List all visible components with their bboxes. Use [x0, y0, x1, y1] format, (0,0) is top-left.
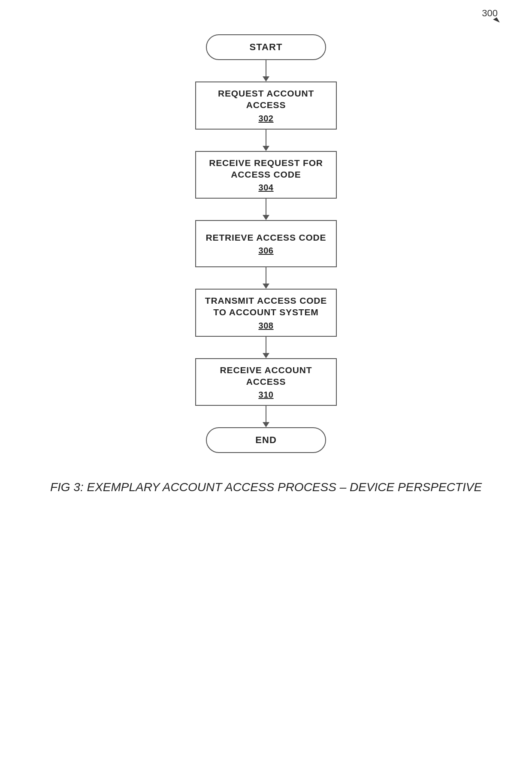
process-rect-302: REQUEST ACCOUNT ACCESS 302: [195, 82, 337, 130]
arrow-line-6: [266, 406, 266, 422]
arrow-5: [263, 337, 269, 358]
start-shape: START: [206, 34, 326, 60]
arrow-head-3: [263, 215, 269, 220]
process-rect-308: TRANSMIT ACCESS CODE TO ACCOUNT SYSTEM 3…: [195, 289, 337, 337]
arrow-4: [263, 267, 269, 289]
page-container: 300 START REQUEST ACCOUNT ACCESS 302: [0, 0, 532, 779]
arrow-line-4: [266, 267, 266, 284]
node-306-label: RETRIEVE ACCESS CODE: [206, 232, 326, 243]
node-304: RECEIVE REQUEST FOR ACCESS CODE 304: [195, 151, 337, 199]
node-304-ref: 304: [258, 183, 273, 193]
node-302-label: REQUEST ACCOUNT ACCESS: [205, 88, 327, 111]
diagram-area: 300 START REQUEST ACCOUNT ACCESS 302: [0, 0, 532, 453]
end-shape: END: [206, 427, 326, 453]
node-304-label: RECEIVE REQUEST FOR ACCESS CODE: [205, 157, 327, 181]
arrow-head-4: [263, 284, 269, 289]
figure-ref-number: 300: [482, 8, 498, 19]
arrow-line-3: [266, 199, 266, 215]
process-rect-304: RECEIVE REQUEST FOR ACCESS CODE 304: [195, 151, 337, 199]
arrow-line-1: [266, 60, 266, 76]
arrow-2: [263, 130, 269, 151]
start-label: START: [249, 42, 282, 53]
arrow-3: [263, 199, 269, 220]
arrow-head-1: [263, 76, 269, 82]
arrow-head-6: [263, 422, 269, 427]
arrow-head-5: [263, 353, 269, 358]
node-302-ref: 302: [258, 114, 273, 124]
node-306: RETRIEVE ACCESS CODE 306: [195, 220, 337, 267]
node-310-ref: 310: [258, 390, 273, 400]
arrow-1: [263, 60, 269, 82]
figure-caption: FIG 3: EXEMPLARY ACCOUNT ACCESS PROCESS …: [50, 479, 482, 495]
end-label: END: [255, 435, 277, 446]
process-rect-310: RECEIVE ACCOUNT ACCESS 310: [195, 358, 337, 406]
arrow-line-2: [266, 130, 266, 146]
start-node: START: [206, 34, 326, 60]
caption-area: FIG 3: EXEMPLARY ACCOUNT ACCESS PROCESS …: [16, 479, 516, 521]
node-306-ref: 306: [258, 246, 273, 256]
arrow-6: [263, 406, 269, 427]
node-308: TRANSMIT ACCESS CODE TO ACCOUNT SYSTEM 3…: [195, 289, 337, 337]
arrow-head-2: [263, 146, 269, 151]
node-310: RECEIVE ACCOUNT ACCESS 310: [195, 358, 337, 406]
node-308-label: TRANSMIT ACCESS CODE TO ACCOUNT SYSTEM: [205, 295, 327, 318]
process-rect-306: RETRIEVE ACCESS CODE 306: [195, 220, 337, 267]
node-302: REQUEST ACCOUNT ACCESS 302: [195, 82, 337, 130]
node-308-ref: 308: [258, 321, 273, 331]
end-node: END: [206, 427, 326, 453]
node-310-label: RECEIVE ACCOUNT ACCESS: [205, 364, 327, 388]
figure-ref-arrow: [493, 17, 500, 24]
arrow-line-5: [266, 337, 266, 353]
